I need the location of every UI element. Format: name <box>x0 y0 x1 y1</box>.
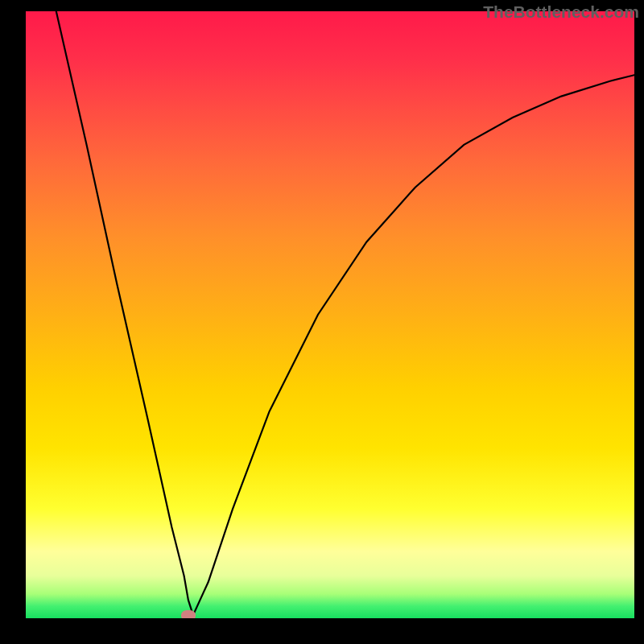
plot-area <box>26 11 634 618</box>
watermark-text: TheBottleneck.com <box>478 0 644 24</box>
chart-frame: TheBottleneck.com <box>0 0 644 644</box>
bottleneck-curve <box>26 11 634 618</box>
optimal-point-marker <box>181 610 196 618</box>
